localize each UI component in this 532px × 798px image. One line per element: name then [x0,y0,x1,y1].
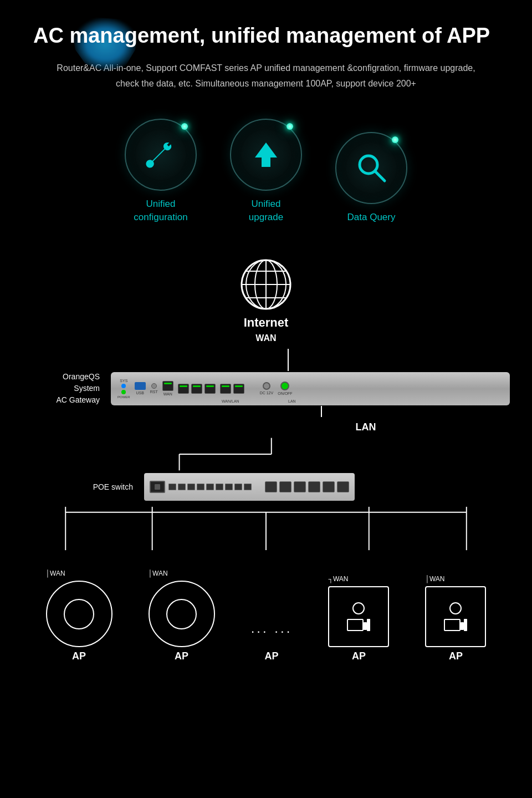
uplink-1 [265,481,277,492]
poe-device [144,473,355,501]
ap1-circle [46,581,112,647]
diagram-section: Internet WAN OrangeQSSystemAC Gateway SY… [11,257,521,662]
dc-col: DC 12V [260,382,274,395]
ap-item-1: │WAN AP [46,570,112,662]
ap2-label: AP [175,650,188,662]
ap-row: │WAN AP │WAN AP ... ... AP ┐ [22,570,510,662]
ap-item-5: │WAN AP [425,575,486,662]
uplink-3 [294,481,306,492]
usb-port [135,382,146,390]
poe-small-ports [168,484,256,490]
feature-label-config: Unifiedconfiguration [134,197,187,224]
feature-circle-query [335,132,407,204]
lan-section: LAN [133,406,510,438]
header-section: AC management, unified management of APP… [11,22,521,91]
poe-port-9 [244,484,252,490]
search-icon [354,150,390,186]
wanlan-port1 [178,384,189,394]
ap2-circle [149,581,215,647]
uplink-5 [323,481,335,492]
lan-port-label: LAN [288,399,296,403]
gateway-device: SYS POWER USB RST WAN [111,372,510,405]
wanlan-port3 [204,384,216,394]
feature-data-query: Data Query [335,132,407,224]
ap3-dots: ... ... [251,621,293,636]
ap5-wan-tag: │WAN [425,575,444,583]
rst-col: RST [150,383,158,394]
ap5-square [425,586,486,647]
ap2-wan-tag: │WAN [149,570,168,577]
ap1-wan-tag: │WAN [46,570,65,577]
header-title-text: AC management, unified management of APP [33,24,490,47]
wan-label-top: WAN [255,333,276,343]
header-title: AC management, unified management of APP [11,22,521,49]
wanlan-ports [178,384,216,394]
poe-port-8 [234,484,242,490]
poe-port-6 [216,484,223,490]
eth-1 [178,384,189,394]
wan-eth-port [162,381,173,391]
uplink-6 [337,481,349,492]
lan-to-poe-lines [22,438,510,471]
page-wrapper: AC management, unified management of APP… [0,0,532,684]
poe-row: POE switch [22,473,510,501]
feature-circle-config [125,119,197,191]
ap3-label: AP [264,650,278,662]
poe-connections [22,438,510,473]
globe-icon [238,257,294,312]
eth-2 [191,384,202,394]
svg-line-2 [375,171,385,181]
eth-lan2 [233,384,244,394]
led-sys1 [121,384,126,388]
poe-port-7 [225,484,233,490]
poe-port-3 [187,484,195,490]
led-sys2 [121,390,126,394]
lan-port2 [233,384,244,394]
svg-marker-0 [255,143,277,167]
poe-label: POE switch [22,482,133,491]
ap4-bar [367,619,370,631]
feature-label-upgrade: Unifiedupgrade [249,197,283,224]
poe-port-5 [206,484,214,490]
poe-port-2 [178,484,186,490]
onoff-button[interactable] [280,382,289,390]
ap5-bottom [444,619,467,631]
feature-unified-upgrade: Unifiedupgrade [230,119,302,224]
ap5-bar [464,619,467,631]
dc-label: DC 12V [260,391,274,395]
internet-block: Internet WAN [22,257,510,343]
poe-to-ap-lines [22,506,510,553]
glow-dot-config [181,123,188,130]
uplink-4 [308,481,320,492]
onoff-col: ON/OFF [278,382,292,395]
dc-port [263,382,270,390]
ap5-dot [449,602,462,614]
feature-circle-upgrade [230,119,302,191]
feature-unified-config: Unifiedconfiguration [125,119,197,224]
ap4-rect1 [347,619,364,631]
ap5-label: AP [449,650,463,662]
gateway-row: OrangeQSSystemAC Gateway SYS POWER USB [22,371,510,406]
ap4-dot [352,602,365,614]
feature-label-query: Data Query [347,211,396,224]
sfp-port [150,481,165,493]
ap-item-2: │WAN AP [149,570,215,662]
ap4-square [328,586,389,647]
glow-dot-query [392,136,398,143]
ap1-circle-inner [64,599,94,629]
poe-port-1 [168,484,176,490]
ap1-label: AP [72,650,86,662]
glow-dot-upgrade [287,123,293,130]
usb-port-col: USB [135,382,146,395]
poe-ap-svg [22,506,510,551]
header-description: Router&AC All-in-one, Support COMFAST se… [11,60,521,90]
wrench-icon [144,138,177,171]
lan-line-top [321,406,322,417]
rst-button [151,383,157,389]
wanlan-port2 [191,384,202,394]
eth-3 [204,384,216,394]
ap4-bottom [347,619,370,631]
usb-label: USB [136,391,144,395]
rst-label: RST [150,390,158,394]
ap-item-3: ... ... AP [251,621,293,662]
